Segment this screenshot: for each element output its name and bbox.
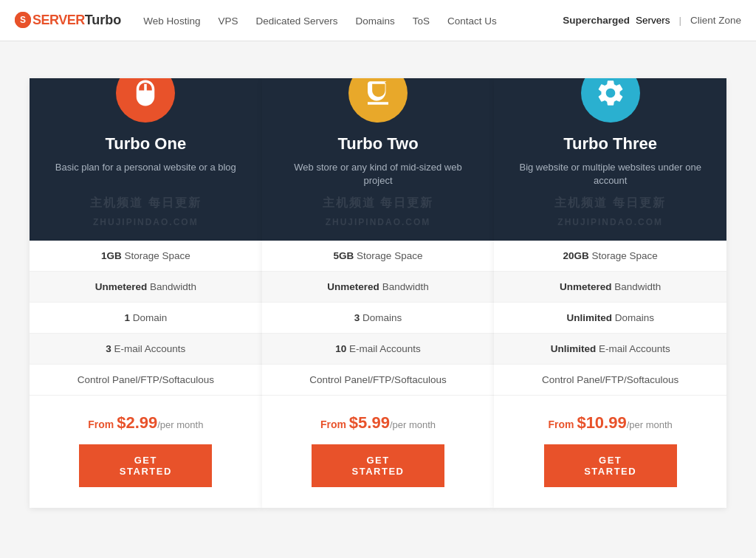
feature-label-domain-2: Domains [360, 312, 402, 323]
cta-button-turbo-two[interactable]: GET STARTED [312, 444, 444, 487]
price-period-3: /per month [627, 419, 673, 430]
plan-subtitle-turbo-one: Basic plan for a personal website or a b… [48, 161, 244, 174]
watermark-line1-3: 主机频道 每日更新 [494, 196, 726, 211]
feature-highlight-storage-3: 20GB [563, 250, 589, 261]
cta-button-turbo-three[interactable]: GET STARTED [544, 444, 677, 487]
feature-label-panel-2: Control Panel/FTP/Softaculous [309, 374, 446, 385]
watermark-line2-3: ZHUJIPINDAO.COM [494, 217, 726, 227]
cta-button-turbo-one[interactable]: GET STARTED [79, 444, 212, 487]
price-from-2: From [320, 418, 349, 430]
plan-cta-turbo-one: GET STARTED [30, 444, 262, 508]
nav-contact[interactable]: Contact Us [447, 16, 497, 27]
nav-web-hosting[interactable]: Web Hosting [143, 16, 200, 27]
feature-highlight-domain-3: Unlimited [566, 312, 612, 323]
plan-features-turbo-one: 1GB Storage Space Unmetered Bandwidth 1 … [30, 241, 262, 396]
nav-divider: | [678, 15, 681, 26]
feature-bandwidth-3: Unmetered Bandwidth [494, 272, 726, 303]
feature-storage-1: 1GB Storage Space [30, 241, 262, 272]
plan-icon-turbo-two [348, 78, 408, 123]
plan-pricing-turbo-three: From $10.99/per month [494, 396, 726, 444]
feature-panel-2: Control Panel/FTP/Softaculous [262, 365, 495, 396]
price-period-2: /per month [390, 419, 436, 430]
plan-icon-turbo-three [581, 78, 640, 123]
feature-highlight-bw-1: Unmetered [95, 281, 148, 292]
plan-pricing-turbo-one: From $2.99/per month [30, 396, 262, 444]
nav-vps[interactable]: VPS [218, 16, 238, 27]
feature-label-bw-1: Bandwidth [147, 281, 196, 292]
logo[interactable]: S SERVERTurbo [15, 13, 121, 29]
price-amount-3: $10.99 [577, 413, 626, 432]
watermark-line2-1: ZHUJIPINDAO.COM [30, 217, 262, 227]
feature-email-1: 3 E-mail Accounts [30, 334, 262, 365]
nav-dedicated-servers[interactable]: Dedicated Servers [255, 16, 337, 27]
price-period-1: /per month [157, 419, 203, 430]
price-amount-2: $5.99 [349, 413, 390, 432]
feature-domain-2: 3 Domains [262, 303, 495, 334]
feature-storage-3: 20GB Storage Space [494, 241, 726, 272]
feature-label-domain-1: Domain [130, 312, 167, 323]
feature-domain-3: Unlimited Domains [494, 303, 726, 334]
plan-subtitle-turbo-two: Web store or any kind of mid-sized web p… [277, 161, 480, 187]
nav-tos[interactable]: ToS [413, 16, 430, 27]
feature-label-bw-2: Bandwidth [379, 281, 429, 292]
feature-highlight-storage-1: 1GB [101, 250, 122, 261]
feature-email-2: 10 E-mail Accounts [262, 334, 495, 365]
plan-card-turbo-three: Turbo Three Big website or multiple webs… [494, 78, 726, 508]
feature-label-panel-1: Control Panel/FTP/Softaculous [78, 374, 214, 385]
client-zone-link[interactable]: Client Zone [690, 15, 741, 26]
feature-label-storage-2: Storage Space [354, 250, 422, 261]
plan-title-turbo-two: Turbo Two [337, 134, 418, 154]
nav-right: Supercharged Servers | Client Zone [563, 15, 741, 26]
feature-label-email-2: E-mail Accounts [346, 343, 421, 354]
logo-turbo-text: Turbo [85, 13, 122, 28]
feature-label-storage-1: Storage Space [122, 250, 190, 261]
nav-links: Web Hosting VPS Dedicated Servers Domain… [143, 14, 496, 27]
feature-highlight-email-2: 10 [335, 343, 346, 354]
feature-highlight-bw-3: Unmetered [560, 281, 612, 292]
feature-highlight-storage-2: 5GB [334, 250, 354, 261]
main-content: Turbo One Basic plan for a personal webs… [0, 41, 756, 552]
watermark-line1-1: 主机频道 每日更新 [30, 196, 262, 211]
plan-cta-turbo-two: GET STARTED [262, 444, 495, 508]
feature-bandwidth-2: Unmetered Bandwidth [262, 272, 495, 303]
price-amount-1: $2.99 [117, 413, 157, 432]
plan-subtitle-turbo-three: Big website or multiple websites under o… [509, 161, 712, 187]
feature-label-bw-3: Bandwidth [612, 281, 662, 292]
watermark-line2-2: ZHUJIPINDAO.COM [262, 217, 495, 227]
feature-email-3: Unlimited E-mail Accounts [494, 334, 726, 365]
feature-highlight-domain-1: 1 [124, 312, 130, 323]
feature-domain-1: 1 Domain [30, 303, 262, 334]
logo-server-text: SERVER [32, 13, 85, 28]
feature-highlight-bw-2: Unmetered [327, 281, 379, 292]
feature-storage-2: 5GB Storage Space [262, 241, 495, 272]
price-from-3: From [549, 418, 577, 430]
feature-highlight-email-3: Unlimited [551, 343, 597, 354]
plan-header-turbo-three: Turbo Three Big website or multiple webs… [494, 78, 726, 241]
supercharged-label: Supercharged [563, 15, 630, 26]
plan-pricing-turbo-two: From $5.99/per month [262, 396, 495, 444]
feature-bandwidth-1: Unmetered Bandwidth [30, 272, 262, 303]
navigation: S SERVERTurbo Web Hosting VPS Dedicated … [0, 0, 756, 41]
feature-label-email-1: E-mail Accounts [111, 343, 186, 354]
plan-card-turbo-one: Turbo One Basic plan for a personal webs… [30, 78, 262, 508]
plan-card-turbo-two: Turbo Two Web store or any kind of mid-s… [262, 78, 495, 508]
plan-header-turbo-two: Turbo Two Web store or any kind of mid-s… [262, 78, 495, 241]
plan-header-turbo-one: Turbo One Basic plan for a personal webs… [30, 78, 262, 241]
feature-panel-1: Control Panel/FTP/Softaculous [30, 365, 262, 396]
plans-container: Turbo One Basic plan for a personal webs… [30, 78, 726, 508]
price-from-1: From [88, 418, 117, 430]
plan-title-turbo-one: Turbo One [106, 134, 187, 154]
svg-text:S: S [20, 15, 26, 25]
feature-label-panel-3: Control Panel/FTP/Softaculous [542, 374, 678, 385]
nav-domains[interactable]: Domains [355, 16, 394, 27]
plan-icon-turbo-one [116, 78, 175, 123]
plan-features-turbo-three: 20GB Storage Space Unmetered Bandwidth U… [494, 241, 726, 396]
feature-label-domain-3: Domains [612, 312, 654, 323]
feature-panel-3: Control Panel/FTP/Softaculous [494, 365, 726, 396]
watermark-line1-2: 主机频道 每日更新 [262, 196, 495, 211]
feature-highlight-email-1: 3 [106, 343, 111, 354]
plan-cta-turbo-three: GET STARTED [494, 444, 726, 508]
plan-title-turbo-three: Turbo Three [563, 134, 657, 154]
feature-label-email-3: E-mail Accounts [596, 343, 670, 354]
logo-icon: S [15, 12, 31, 28]
